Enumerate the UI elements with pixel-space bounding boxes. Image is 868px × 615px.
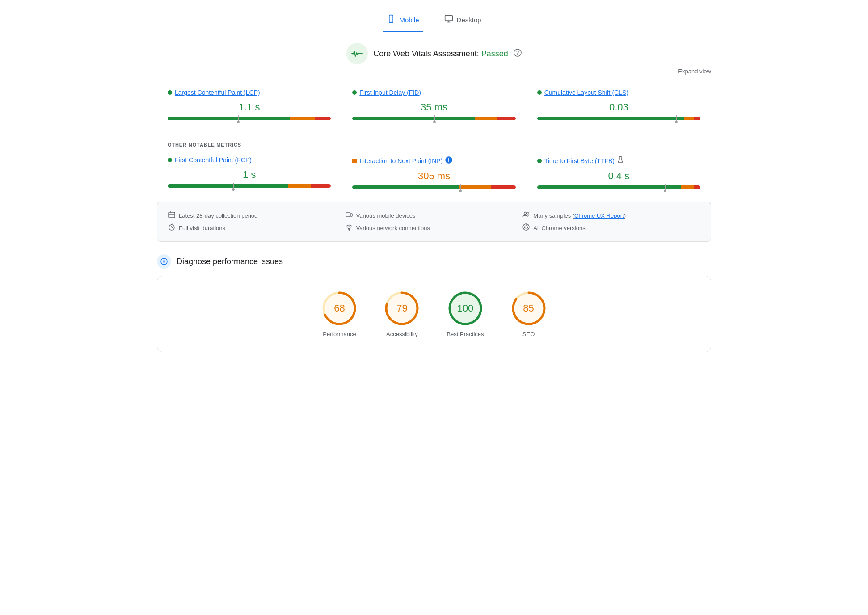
divider-1 xyxy=(157,133,711,133)
metric-inp: Interaction to Next Paint (INP) i 305 ms xyxy=(341,149,526,198)
score-accessibility-label: Accessibility xyxy=(386,331,418,337)
cls-marker xyxy=(676,115,677,122)
desktop-icon xyxy=(444,14,453,25)
info-col-2: Various mobile devices Various network c… xyxy=(346,209,523,234)
tab-desktop[interactable]: Desktop xyxy=(441,9,485,32)
ttfb-bar xyxy=(537,185,700,189)
mobile-icon xyxy=(387,14,396,25)
diagnose-title: Diagnose performance issues xyxy=(177,257,283,266)
fcp-value: 1 s xyxy=(168,169,331,181)
cls-value: 0.03 xyxy=(537,101,700,113)
info-chrome-ux: Many samples (Chrome UX Report) xyxy=(522,209,700,222)
devices-icon xyxy=(346,211,353,220)
svg-point-24 xyxy=(524,212,527,215)
svg-line-30 xyxy=(523,227,525,228)
lcp-value: 1.1 s xyxy=(168,101,331,113)
diagnose-section: Diagnose performance issues 68 Performan… xyxy=(157,254,711,352)
svg-rect-22 xyxy=(350,214,352,216)
tab-desktop-label: Desktop xyxy=(457,16,481,24)
calendar-icon xyxy=(168,211,175,220)
info-mobile-devices: Various mobile devices xyxy=(346,209,523,222)
cwv-title-text: Core Web Vitals Assessment: xyxy=(373,49,479,58)
people-icon xyxy=(522,211,530,220)
info-collection-period: Latest 28-day collection period xyxy=(168,209,346,222)
metric-cls: Cumulative Layout Shift (CLS) 0.03 xyxy=(527,82,711,129)
ttfb-marker xyxy=(665,184,666,190)
info-network: Various network connections xyxy=(346,222,523,234)
svg-point-2 xyxy=(391,21,392,22)
fid-status-dot xyxy=(352,90,357,95)
info-chrome-versions: All Chrome versions xyxy=(522,222,700,234)
scores-card: 68 Performance 79 Accessibility xyxy=(157,276,711,352)
cwv-header: Core Web Vitals Assessment: Passed ? xyxy=(157,43,711,64)
network-icon xyxy=(346,223,353,232)
chrome-icon xyxy=(522,223,530,232)
cls-status-dot xyxy=(537,90,542,95)
metric-fid-label[interactable]: First Input Delay (FID) xyxy=(352,89,515,96)
fcp-status-dot xyxy=(168,158,172,162)
svg-point-23 xyxy=(349,229,350,230)
svg-line-29 xyxy=(527,227,529,228)
score-seo-label: SEO xyxy=(522,331,535,337)
diagnose-icon xyxy=(157,254,171,269)
score-seo-value: 85 xyxy=(523,303,534,314)
svg-text:i: i xyxy=(448,158,450,163)
tab-mobile[interactable]: Mobile xyxy=(383,9,422,32)
fcp-marker xyxy=(233,183,234,189)
score-seo: 85 SEO xyxy=(511,291,547,337)
svg-rect-12 xyxy=(169,212,175,218)
score-accessibility-value: 79 xyxy=(396,303,407,314)
ttfb-lab-icon xyxy=(617,156,624,165)
svg-point-25 xyxy=(527,212,529,214)
tabs-container: Mobile Desktop xyxy=(157,9,711,32)
score-best-practices-label: Best Practices xyxy=(447,331,484,337)
fid-marker xyxy=(434,115,435,122)
svg-point-27 xyxy=(525,226,527,228)
ttfb-value: 0.4 s xyxy=(537,170,700,182)
score-best-practices-value: 100 xyxy=(457,303,474,314)
metric-fcp: First Contentful Paint (FCP) 1 s xyxy=(157,149,341,198)
cwv-status: Passed xyxy=(481,49,508,58)
other-metrics-grid: First Contentful Paint (FCP) 1 s Interac… xyxy=(157,149,711,198)
cwv-title: Core Web Vitals Assessment: Passed xyxy=(373,49,508,59)
info-visit-duration: Full visit durations xyxy=(168,222,346,234)
metric-ttfb: Time to First Byte (TTFB) 0.4 s xyxy=(527,149,711,198)
lcp-marker xyxy=(238,115,239,122)
metric-fid: First Input Delay (FID) 35 ms xyxy=(341,82,526,129)
cwv-icon xyxy=(346,43,368,64)
score-best-practices-circle: 100 xyxy=(447,291,483,326)
score-accessibility: 79 Accessibility xyxy=(384,291,420,337)
inp-info-icon[interactable]: i xyxy=(445,156,452,165)
info-col-3: Many samples (Chrome UX Report) All Chro… xyxy=(522,209,700,234)
svg-line-20 xyxy=(172,227,173,228)
tab-mobile-label: Mobile xyxy=(399,16,419,24)
timer-icon xyxy=(168,223,175,232)
score-performance-circle: 68 xyxy=(321,291,357,326)
inp-status-dot xyxy=(352,159,357,163)
cwv-help-icon[interactable]: ? xyxy=(514,49,522,59)
lcp-status-dot xyxy=(168,90,172,95)
metric-inp-label[interactable]: Interaction to Next Paint (INP) i xyxy=(352,156,515,165)
info-footer: Latest 28-day collection period Full vis… xyxy=(157,202,711,242)
expand-view-button[interactable]: Expand view xyxy=(157,68,711,75)
fid-value: 35 ms xyxy=(352,101,515,113)
score-accessibility-circle: 79 xyxy=(384,291,420,326)
other-metrics-label: OTHER NOTABLE METRICS xyxy=(157,137,711,149)
metric-lcp-label[interactable]: Largest Contentful Paint (LCP) xyxy=(168,89,331,96)
ttfb-status-dot xyxy=(537,159,542,163)
chrome-ux-link[interactable]: Chrome UX Report xyxy=(574,212,624,219)
metric-lcp: Largest Contentful Paint (LCP) 1.1 s xyxy=(157,82,341,129)
info-col-1: Latest 28-day collection period Full vis… xyxy=(168,209,346,234)
fcp-bar xyxy=(168,184,331,188)
svg-rect-21 xyxy=(346,213,350,216)
score-seo-circle: 85 xyxy=(511,291,547,326)
core-metrics-grid: Largest Contentful Paint (LCP) 1.1 s Fir… xyxy=(157,82,711,129)
metric-fcp-label[interactable]: First Contentful Paint (FCP) xyxy=(168,156,331,164)
score-performance: 68 Performance xyxy=(321,291,357,337)
expand-view-label: Expand view xyxy=(678,68,711,75)
metric-cls-label[interactable]: Cumulative Layout Shift (CLS) xyxy=(537,89,700,96)
svg-point-6 xyxy=(352,52,355,55)
score-performance-value: 68 xyxy=(334,303,345,314)
metric-ttfb-label[interactable]: Time to First Byte (TTFB) xyxy=(537,156,700,165)
score-performance-label: Performance xyxy=(323,331,356,337)
